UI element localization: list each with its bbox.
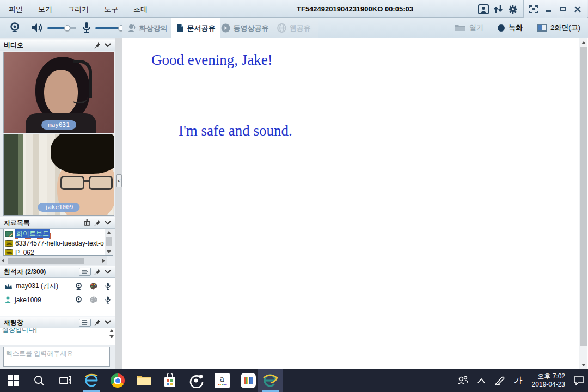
video-feed-teacher[interactable]: may031 (3, 52, 114, 133)
whiteboard-icon (5, 231, 13, 237)
file-explorer-icon[interactable] (131, 369, 157, 392)
file-list-vscrollbar[interactable] (105, 229, 113, 255)
drawing-palette-icon[interactable] (90, 283, 97, 290)
profile-icon[interactable] (476, 2, 491, 16)
whiteboard-vscrollbar[interactable] (579, 38, 587, 369)
ime-indicator[interactable]: 가 (509, 369, 528, 392)
task-view-icon[interactable] (52, 369, 78, 392)
file-item-whiteboard[interactable]: 화이트보드 (4, 229, 113, 238)
menu-draw[interactable]: 그리기 (60, 0, 96, 18)
chat-message-area[interactable]: '설창입니다] (0, 328, 115, 345)
mic-icon[interactable] (82, 22, 91, 34)
trash-icon[interactable] (84, 219, 90, 226)
participants-panel-header: 참석자 (2/300) (0, 266, 115, 278)
video-panel-header: 비디오 (0, 39, 115, 51)
pin-icon[interactable] (94, 268, 101, 275)
chat-panel-header: 채팅창 (0, 316, 115, 328)
drawing-palette-icon-disabled[interactable] (90, 296, 97, 303)
menu-view[interactable]: 보기 (30, 0, 60, 18)
file-item-image[interactable]: IMG 63374577-hello-tuesday-text-o (4, 238, 113, 248)
participant-row-teacher[interactable]: may031 (강사) (0, 280, 115, 292)
chat-options-button[interactable] (79, 318, 91, 327)
mic-slider[interactable] (95, 27, 122, 29)
menu-tools[interactable]: 도구 (96, 0, 126, 18)
recorder-app-icon[interactable] (183, 369, 209, 392)
conference-app-icon[interactable] (258, 369, 283, 392)
pin-icon[interactable] (94, 319, 101, 326)
settings-gear-icon[interactable] (505, 2, 520, 16)
folder-icon (455, 23, 465, 32)
tab-document-share[interactable]: 문서공유 (171, 18, 220, 38)
scroll-up-arrow[interactable] (579, 38, 588, 47)
participant-row-student[interactable]: jake1009 (0, 294, 115, 305)
fullscreen-icon[interactable] (526, 2, 541, 16)
internet-explorer-icon[interactable] (78, 369, 105, 392)
taskbar-clock[interactable]: 오후 7:02 2019-04-23 (532, 372, 565, 389)
file-list: 화이트보드 IMG 63374577-hello-tuesday-text-o … (3, 229, 113, 256)
search-icon[interactable] (26, 369, 52, 392)
video-feed-student[interactable]: jake1009 (3, 134, 114, 216)
sidebar: 비디오 may031 jake (0, 38, 115, 369)
svg-text:a: a (220, 375, 224, 383)
scroll-thumb[interactable] (580, 47, 587, 346)
screen-layout-button[interactable]: 2화면(고) (537, 23, 580, 33)
volume-slider[interactable] (47, 27, 76, 29)
chevron-down-icon[interactable] (105, 43, 111, 47)
transfer-arrows-icon[interactable] (491, 2, 505, 16)
svg-text:IMG: IMG (6, 250, 12, 254)
menu-bar: 파일 보기 그리기 도구 초대 TF54249201904231900KO 00… (0, 0, 588, 18)
speaker-icon[interactable] (31, 23, 43, 33)
mic-status-icon[interactable] (105, 296, 111, 304)
chrome-icon[interactable] (105, 369, 131, 392)
whiteboard-text: Good evening, Jake! (151, 52, 273, 69)
whiteboard-canvas[interactable]: Good evening, Jake! I'm safe and sound. (122, 38, 579, 369)
img-file-icon: IMG (5, 249, 13, 256)
globe-icon (277, 23, 286, 33)
chevron-down-icon[interactable] (105, 320, 111, 324)
pin-icon[interactable] (94, 42, 101, 49)
clock-date: 2019-04-23 (532, 381, 565, 389)
participant-list-options-button[interactable] (79, 268, 91, 276)
webcam-status-icon[interactable] (75, 283, 82, 290)
webcam-status-icon[interactable] (75, 296, 82, 304)
open-button[interactable]: 열기 (455, 23, 483, 33)
file-list-hscrollbar[interactable] (0, 256, 107, 265)
windows-taskbar: a 가 오후 7:02 2019-04-23 (0, 369, 588, 392)
toolbar: 화상강의 문서공유 동영상공유 웹공유 열기 (0, 18, 588, 38)
play-circle-icon (221, 23, 230, 33)
chat-message: '설창입니다] (0, 328, 115, 334)
chat-input[interactable] (3, 347, 110, 367)
collapse-sidebar-button[interactable]: < (116, 174, 122, 187)
mic-status-icon[interactable] (105, 283, 111, 290)
maximize-button[interactable] (555, 2, 570, 16)
menu-file[interactable]: 파일 (0, 0, 30, 18)
file-item-image[interactable]: IMG P_062 (4, 248, 113, 256)
whiteboard-text: I'm safe and sound. (179, 122, 292, 139)
minimize-button[interactable] (541, 2, 555, 16)
scroll-down-arrow[interactable] (579, 360, 588, 369)
clock-time: 오후 7:02 (532, 372, 565, 381)
tab-video-lecture[interactable]: 화상강의 (122, 18, 171, 38)
start-button[interactable] (0, 369, 26, 392)
action-center-icon[interactable] (569, 369, 588, 392)
img-file-icon: IMG (5, 240, 13, 247)
record-button[interactable]: 녹화 (498, 23, 523, 33)
chevron-down-icon[interactable] (105, 270, 111, 274)
hidden-icons-chevron[interactable] (472, 369, 491, 392)
amazon-app-icon[interactable]: a (209, 369, 235, 392)
menu-invite[interactable]: 초대 (126, 0, 155, 18)
tab-video-share[interactable]: 동영상공유 (220, 18, 270, 38)
close-button[interactable] (570, 2, 585, 16)
microsoft-store-icon[interactable] (157, 369, 183, 392)
attendee-person-icon (4, 296, 11, 303)
chevron-down-icon[interactable] (105, 220, 111, 225)
window-title: TF54249201904231900KO 00:05:03 (297, 0, 413, 18)
pin-icon[interactable] (94, 219, 101, 226)
webcam-icon[interactable] (9, 22, 21, 34)
tab-web-share[interactable]: 웹공유 (270, 18, 318, 38)
chat-scroll-arrows[interactable] (109, 329, 114, 338)
windows-ink-pen-icon[interactable] (491, 369, 509, 392)
host-crown-icon (4, 283, 13, 290)
feed-label: may031 (41, 120, 76, 130)
people-tray-icon[interactable] (454, 369, 472, 392)
